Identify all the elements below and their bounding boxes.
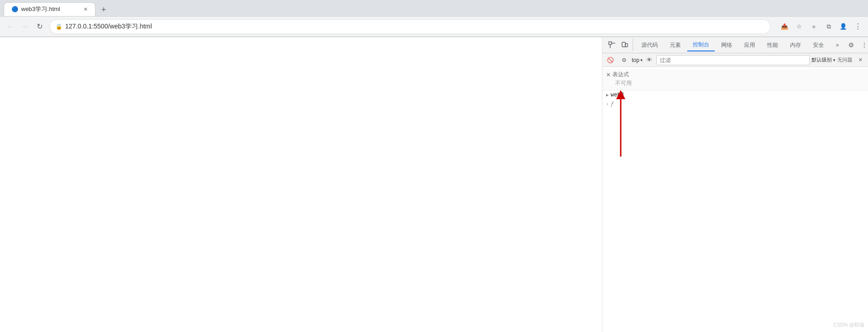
- devtools-panel: 源代码 元素 控制台 网络 应用 性能 内存 安全 » ⚙ ⋮ ✕ 🚫 ⚙ to…: [602, 37, 868, 332]
- expression-close-icon[interactable]: ✕: [606, 72, 611, 78]
- tab-elements[interactable]: 元素: [664, 39, 686, 51]
- bookmark-icon[interactable]: ☆: [793, 20, 806, 33]
- svg-rect-3: [622, 42, 625, 47]
- lock-icon: 🔒: [56, 23, 62, 30]
- settings-icon[interactable]: ⚙: [846, 39, 857, 51]
- eye-icon[interactable]: 👁: [645, 55, 655, 65]
- nav-bar: ← → ↻ 🔒 127.0.0.1:5500/web3学习.html 📤 ☆ ≡…: [0, 17, 868, 37]
- level-dropdown-icon: ▾: [833, 58, 835, 62]
- svg-rect-4: [625, 44, 628, 47]
- svg-rect-0: [609, 42, 612, 45]
- console-settings-icon[interactable]: ⚙: [618, 54, 630, 66]
- profile-icon[interactable]: 👤: [837, 20, 850, 33]
- cast-icon[interactable]: 📤: [778, 20, 791, 33]
- nav-actions: 📤 ☆ ≡ ⧉ 👤 ⋮: [778, 20, 864, 33]
- level-selector[interactable]: 默认级别 ▾: [812, 56, 835, 63]
- console-close-icon[interactable]: ✕: [854, 54, 866, 66]
- customize-icon[interactable]: ⋮: [858, 39, 868, 51]
- console-content: ✕ 表达式 不可用 ▶ web3 ‹ ƒ: [602, 67, 868, 332]
- browser-chrome: 🔵 web3学习.html ✕ + ← → ↻ 🔒 127.0.0.1:5500…: [0, 0, 868, 37]
- expression-section: ✕ 表达式 不可用: [602, 69, 868, 90]
- tab-favicon: 🔵: [11, 6, 18, 12]
- devtools-topbar: 源代码 元素 控制台 网络 应用 性能 内存 安全 » ⚙ ⋮ ✕: [602, 37, 868, 53]
- context-text: top: [632, 57, 640, 63]
- console-item-web3-text: web3: [611, 92, 624, 98]
- tab-more[interactable]: »: [830, 40, 845, 50]
- reload-button[interactable]: ↻: [33, 20, 46, 33]
- tab-performance[interactable]: 性能: [762, 39, 784, 51]
- forward-button[interactable]: →: [18, 20, 31, 33]
- main-content: 源代码 元素 控制台 网络 应用 性能 内存 安全 » ⚙ ⋮ ✕ 🚫 ⚙ to…: [0, 37, 868, 332]
- devtools-left-icons: [604, 39, 633, 51]
- tab-console[interactable]: 控制台: [687, 39, 715, 51]
- no-issues-button[interactable]: 无问题: [837, 56, 852, 63]
- new-tab-btn[interactable]: +: [97, 3, 110, 16]
- tab-memory[interactable]: 内存: [785, 39, 807, 51]
- address-bar[interactable]: 🔒 127.0.0.1:5500/web3学习.html: [50, 19, 771, 34]
- page-area: [0, 37, 602, 332]
- collapse-arrow-function[interactable]: ‹: [606, 102, 609, 107]
- expression-header: ✕ 表达式: [606, 71, 864, 79]
- console-toolbar: 🚫 ⚙ top ▾ 👁 默认级别 ▾ 无问题 ✕: [602, 53, 868, 67]
- tab-sources[interactable]: 源代码: [636, 39, 663, 51]
- context-dropdown-icon: ▾: [640, 58, 643, 62]
- tab-application[interactable]: 应用: [739, 39, 761, 51]
- filter-input[interactable]: [657, 55, 810, 65]
- device-toolbar-icon[interactable]: [619, 39, 631, 51]
- inspect-element-icon[interactable]: [606, 39, 618, 51]
- devtools-right-icons: ⚙ ⋮ ✕: [846, 39, 868, 51]
- tab-network[interactable]: 网络: [716, 39, 738, 51]
- back-button[interactable]: ←: [4, 20, 17, 33]
- expand-arrow-web3[interactable]: ▶: [606, 92, 609, 98]
- expression-label: 表达式: [612, 71, 629, 79]
- tab-close-icon[interactable]: ✕: [80, 6, 88, 12]
- menu-icon[interactable]: ⋮: [851, 20, 864, 33]
- console-item-function-text: ƒ: [611, 101, 614, 107]
- active-tab[interactable]: 🔵 web3学习.html ✕: [4, 2, 95, 16]
- tab-security[interactable]: 安全: [807, 39, 829, 51]
- clear-console-icon[interactable]: 🚫: [604, 54, 616, 66]
- unavailable-text: 不可用: [606, 79, 864, 88]
- context-selector[interactable]: top ▾: [632, 57, 643, 63]
- restore-icon[interactable]: ⧉: [822, 20, 835, 33]
- tab-title: web3学习.html: [21, 5, 60, 13]
- tab-organizer-icon[interactable]: ≡: [807, 20, 820, 33]
- tab-bar: 🔵 web3学习.html ✕ +: [0, 0, 868, 17]
- console-item-function: ‹ ƒ: [602, 100, 868, 109]
- watermark: CSDN @联瑞: [834, 321, 864, 328]
- console-item-web3: ▶ web3: [602, 90, 868, 100]
- address-text: 127.0.0.1:5500/web3学习.html: [65, 23, 152, 31]
